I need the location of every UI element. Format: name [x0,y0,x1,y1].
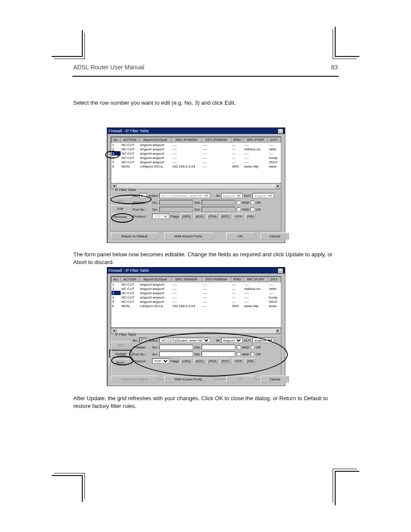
table-row[interactable]: 4NC:CUTanyport-anyport---------------boo… [112,156,281,160]
or-radio[interactable] [250,345,255,349]
flag-rst[interactable]: (RST) [220,358,231,364]
table-row[interactable]: 6MON.LANport-SIO:a..192.168.0.1/24----SR… [112,304,281,308]
in-label: IN [216,194,220,198]
out-select[interactable]: anyport [252,193,274,198]
src-ip-field[interactable] [159,345,193,350]
table-row[interactable]: 5NC:CUTanyport-anyport---------------201… [112,160,281,164]
or-radio-2[interactable] [250,352,255,356]
in-select[interactable]: anyport [221,193,243,198]
col-srcport[interactable]: SRC-PORT [243,137,268,143]
col-dstip[interactable]: DST-IP/MASK [202,137,231,143]
firewall-dialog-before: Firewall - IP Filter Table X No. ACTION … [107,128,285,243]
and-label: AND [242,201,249,205]
action-select[interactable]: NC:CUT(Discard, when NC) [159,338,210,343]
col-inout[interactable]: INport-OUTport [139,137,171,143]
or-radio[interactable] [250,200,255,205]
flag-fin[interactable]: (FIN) [245,358,255,364]
action-label: Action [148,194,158,198]
group-legend: IP Filter Table [114,188,137,192]
flags-label: Flags [171,215,179,218]
portno-label: Port No. : [133,208,151,212]
flag-psh[interactable]: (PSH) [207,213,218,219]
well-known-ports-button[interactable]: Well-Known Ports.. [164,376,214,383]
flag-ack[interactable]: (ACK) [194,358,206,364]
table-row[interactable]: 6MON.LANport-SIO:a..192.168.0.1/24----SR… [112,164,281,168]
src-label: Src. [152,201,158,205]
table-row[interactable]: 1NC:CUTanyport-anyport------------------… [112,282,281,287]
page-heading: ADSL Router User Manual [73,64,144,71]
flag-urg[interactable]: (URG) [181,213,193,219]
src-label-2: Src. [152,208,158,212]
close-icon[interactable]: X [277,268,283,274]
and-radio[interactable] [237,200,241,205]
flag-fin[interactable]: (FIN) [245,213,255,219]
dst-ip-field[interactable] [202,200,235,205]
ipmask-label: IP/Mask : [133,201,151,205]
dialog-title-2: Firewall - IP Filter Table [109,268,149,273]
no-label: No. [133,194,138,198]
body-para-1: Select the row number you want to edit (… [73,99,338,107]
flag-psh[interactable]: (PSH) [207,358,218,364]
flag-syn[interactable]: +SYN [233,358,244,364]
close-icon[interactable]: X [277,128,283,134]
flag-urg[interactable]: (URG) [181,358,193,364]
no-field[interactable] [139,193,147,198]
out-select[interactable]: anyport [252,338,274,343]
no-field[interactable] [139,338,147,343]
dst-port-field[interactable] [202,352,235,357]
firewall-dialog-editing: Firewall - IP Filter Table X No. ACTION … [107,267,285,386]
filter-table-2[interactable]: No. ACTION INport-OUTport SRC-IP/MASK DS… [111,276,281,328]
group-legend-2: IP Filter Table [114,333,137,336]
table-row-selected[interactable]: 3NC:CUTanyport-anyport------------------… [112,151,281,156]
return-default-button[interactable]: Return to Default [111,233,158,240]
protocol-label: Protocol : [133,215,151,218]
col-no[interactable]: No. [112,137,121,143]
body-para-3: After Update, the grid refreshes with yo… [73,395,338,410]
flag-rst[interactable]: (RST) [220,213,231,219]
col-srcip[interactable]: SRC-IP/MASK [171,137,202,143]
col-action[interactable]: ACTION [121,137,139,143]
page-number: 83 [331,64,338,71]
return-default-button[interactable]: Return to Default [111,376,158,383]
src-port-field[interactable] [159,352,193,357]
in-select[interactable]: anyport [221,338,243,343]
cancel-button[interactable]: Cancel [261,376,289,383]
table-row[interactable]: 2NC:CUTanyport-anyport-----------netbios… [112,286,281,291]
flag-syn[interactable]: +SYN [233,213,244,219]
filter-form-group-2: IP Filter Table No. Action NC:CUT(Discar… [111,335,281,380]
action-select[interactable]: NC:CUT(Discard, when NC) [159,193,210,198]
or-label: OR [255,201,261,205]
src-ip-field[interactable] [159,200,193,205]
dialog-title: Firewall - IP Filter Table [109,129,149,133]
or-radio-2[interactable] [250,207,255,212]
ok-button[interactable]: OK [226,376,255,383]
col-ipad[interactable]: IPAD [231,137,243,143]
dst-port-field[interactable] [202,207,235,212]
flag-ack[interactable]: (ACK) [194,213,206,219]
dst-ip-field[interactable] [202,345,235,350]
table-row[interactable]: 4NC:CUTanyport-anyport---------------boo… [112,295,281,299]
dst-label: Dst. [194,201,200,205]
well-known-ports-button[interactable]: Well-Known Ports.. [164,233,214,240]
scroll-right-icon[interactable]: ► [275,328,281,333]
table-row-selected[interactable]: 3NC:CUTanyport-anyport------------------… [112,291,281,295]
protocol-select[interactable]: TCP [152,358,169,364]
out-label: OUT [244,194,251,198]
filter-table[interactable]: No. ACTION INport-OUTport SRC-IP/MASK DS… [111,137,281,184]
and-radio-2[interactable] [237,207,241,212]
src-port-field[interactable] [159,207,193,212]
table-row[interactable]: 2NC:CUTanyport-anyport-----------netbios… [112,147,281,151]
table-row[interactable]: 1NC:CUTanyport-anyport------------------… [112,143,281,147]
filter-form-group: IP Filter Table No. Action NC:CUT(Discar… [111,190,281,231]
and-radio-2[interactable] [237,352,241,356]
cancel-button[interactable]: Cancel [261,233,289,240]
and-radio[interactable] [237,345,241,349]
ok-button[interactable]: OK [226,233,255,240]
scroll-right-icon[interactable]: ► [275,184,281,189]
col-dst[interactable]: DST- [268,137,281,143]
body-para-2: The form panel below now becomes editabl… [73,251,338,266]
dst-label-2: Dst. [194,208,200,212]
protocol-select[interactable]: TCP [152,214,169,219]
table-row[interactable]: 5NC:CUTanyport-anyport---------------201… [112,299,281,304]
